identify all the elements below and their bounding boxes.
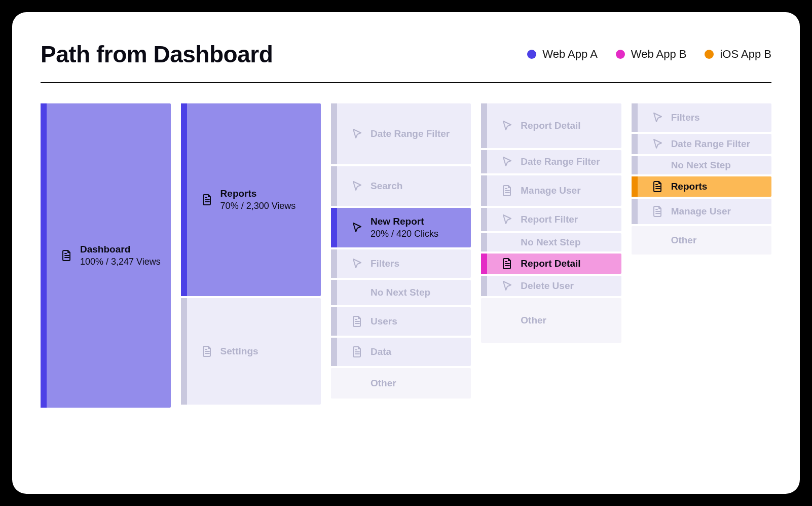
path-node[interactable]: Date Range Filter bbox=[331, 103, 471, 164]
path-column: Date Range FilterSearchNew Report20% / 4… bbox=[331, 103, 471, 399]
path-node-bar bbox=[331, 208, 337, 247]
path-node-bar bbox=[181, 298, 187, 405]
path-node-sublabel: 20% / 420 Clicks bbox=[371, 228, 438, 240]
path-node-bar bbox=[331, 338, 337, 366]
path-analysis-card: Path from Dashboard Web App AWeb App BiO… bbox=[12, 12, 800, 494]
path-node-label: Report Filter bbox=[521, 213, 578, 226]
path-node-bar bbox=[41, 103, 47, 408]
document-icon bbox=[201, 345, 213, 357]
path-column: Report DetailDate Range FilterManage Use… bbox=[481, 103, 621, 343]
path-node[interactable]: Search bbox=[331, 166, 471, 206]
path-node[interactable]: Manage User bbox=[481, 175, 621, 206]
path-node-label: New Report bbox=[371, 215, 438, 228]
path-node[interactable]: Filters bbox=[632, 103, 771, 132]
path-node[interactable]: Report Filter bbox=[481, 208, 621, 231]
path-node[interactable]: Dashboard100% / 3,247 Views bbox=[41, 103, 171, 408]
path-column: Reports70% / 2,300 ViewsSettings bbox=[181, 103, 321, 405]
path-node[interactable]: Other bbox=[481, 298, 621, 343]
path-node[interactable]: Other bbox=[331, 368, 471, 399]
path-node-bar bbox=[632, 176, 638, 197]
path-node-label: Manage User bbox=[671, 205, 731, 218]
path-node-label: Date Range Filter bbox=[521, 156, 600, 168]
path-node-label: Search bbox=[371, 180, 402, 193]
path-node-label: Data bbox=[371, 346, 391, 358]
path-node-bar bbox=[481, 254, 487, 274]
path-node-bar bbox=[331, 280, 337, 305]
path-node-text: Other bbox=[371, 377, 396, 390]
cursor-icon bbox=[351, 222, 363, 234]
path-node-text: Manage User bbox=[521, 185, 580, 197]
legend-label: Web App A bbox=[542, 48, 597, 61]
path-node-bar bbox=[331, 166, 337, 206]
path-node-label: Reports bbox=[671, 180, 708, 193]
path-node-bar bbox=[481, 276, 487, 296]
path-node[interactable]: Reports70% / 2,300 Views bbox=[181, 103, 321, 296]
path-node-label: Users bbox=[371, 315, 397, 328]
path-node-label: No Next Step bbox=[371, 286, 430, 299]
path-node-sublabel: 70% / 2,300 Views bbox=[220, 200, 296, 212]
cursor-icon bbox=[501, 120, 513, 132]
document-icon bbox=[652, 180, 664, 193]
path-node[interactable]: Date Range Filter bbox=[481, 150, 621, 173]
path-node-text: New Report20% / 420 Clicks bbox=[371, 215, 438, 240]
path-node[interactable]: Date Range Filter bbox=[632, 134, 771, 154]
path-node-sublabel: 100% / 3,247 Views bbox=[80, 256, 161, 268]
path-node-text: Search bbox=[371, 180, 402, 193]
cursor-icon bbox=[501, 156, 513, 168]
document-icon bbox=[652, 205, 664, 218]
legend-item[interactable]: Web App A bbox=[527, 48, 597, 61]
legend-item[interactable]: Web App B bbox=[616, 48, 687, 61]
path-node[interactable]: Delete User bbox=[481, 276, 621, 296]
path-node[interactable]: No Next Step bbox=[331, 280, 471, 305]
path-node-text: Data bbox=[371, 346, 391, 358]
path-node-label: Reports bbox=[220, 188, 296, 200]
path-column: Dashboard100% / 3,247 Views bbox=[41, 103, 171, 408]
path-node-bar bbox=[481, 233, 487, 251]
path-node-bar bbox=[632, 199, 638, 224]
legend-item[interactable]: iOS App B bbox=[705, 48, 771, 61]
path-node[interactable]: Other bbox=[632, 226, 771, 255]
path-node[interactable]: Report Detail bbox=[481, 254, 621, 274]
page-title: Path from Dashboard bbox=[41, 41, 273, 68]
path-node[interactable]: Data bbox=[331, 338, 471, 366]
document-icon bbox=[501, 258, 513, 270]
path-node[interactable]: Settings bbox=[181, 298, 321, 405]
path-node-text: Report Detail bbox=[521, 258, 580, 270]
path-node[interactable]: Filters bbox=[331, 249, 471, 278]
path-node[interactable]: Manage User bbox=[632, 199, 771, 224]
path-node[interactable]: No Next Step bbox=[632, 156, 771, 174]
path-node[interactable]: Reports bbox=[632, 176, 771, 197]
path-node-text: Dashboard100% / 3,247 Views bbox=[80, 243, 161, 268]
path-node[interactable]: New Report20% / 420 Clicks bbox=[331, 208, 471, 247]
document-icon bbox=[61, 249, 73, 262]
path-node-text: Date Range Filter bbox=[671, 138, 750, 151]
path-node-bar bbox=[632, 156, 638, 174]
path-node[interactable]: Report Detail bbox=[481, 103, 621, 148]
path-node-label: No Next Step bbox=[671, 159, 731, 172]
cursor-icon bbox=[501, 213, 513, 226]
cursor-icon bbox=[351, 128, 363, 140]
document-icon bbox=[351, 315, 363, 328]
path-node-text: Filters bbox=[371, 258, 399, 270]
path-node-text: Report Detail bbox=[521, 120, 580, 132]
path-node-label: Filters bbox=[371, 258, 399, 270]
path-node-label: Report Detail bbox=[521, 120, 580, 132]
path-node-text: Other bbox=[521, 314, 546, 327]
path-node-label: Settings bbox=[220, 345, 259, 358]
path-node-bar bbox=[331, 249, 337, 278]
cursor-icon bbox=[652, 138, 664, 150]
path-node-text: Settings bbox=[220, 345, 259, 358]
legend: Web App AWeb App BiOS App B bbox=[527, 48, 771, 61]
path-diagram: Dashboard100% / 3,247 ViewsReports70% / … bbox=[41, 103, 771, 408]
path-node-label: Dashboard bbox=[80, 243, 161, 256]
document-icon bbox=[501, 185, 513, 197]
legend-label: Web App B bbox=[631, 48, 687, 61]
path-node[interactable]: Users bbox=[331, 307, 471, 336]
path-node-label: No Next Step bbox=[521, 236, 580, 249]
path-node-label: Filters bbox=[671, 112, 700, 124]
path-node-label: Manage User bbox=[521, 185, 580, 197]
path-column: FiltersDate Range FilterNo Next StepRepo… bbox=[632, 103, 771, 255]
path-node-bar bbox=[481, 175, 487, 206]
path-node[interactable]: No Next Step bbox=[481, 233, 621, 251]
legend-color-dot bbox=[616, 50, 625, 59]
